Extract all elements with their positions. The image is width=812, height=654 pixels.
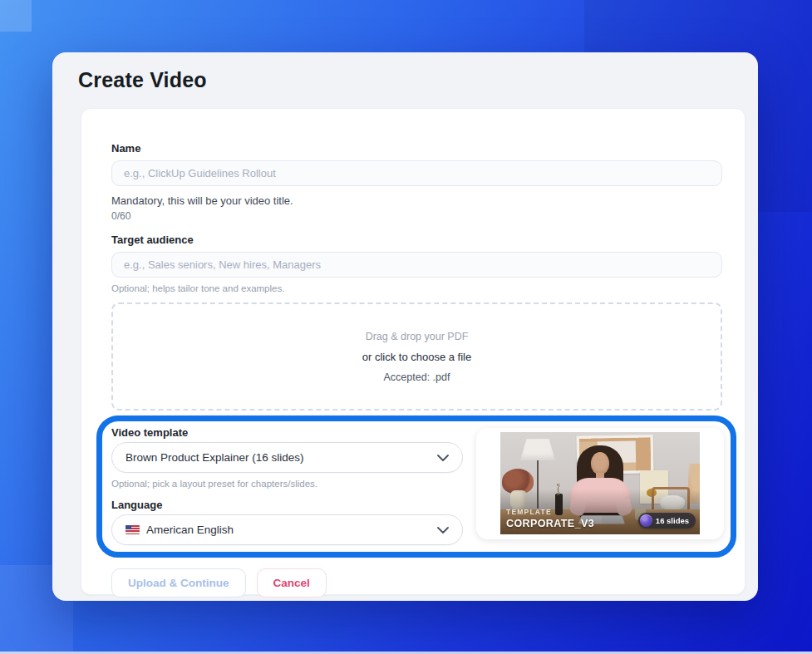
template-section-highlight: Video template Brown Product Explainer (… <box>96 416 736 558</box>
chevron-down-icon <box>437 527 449 534</box>
slides-badge-icon <box>640 514 652 527</box>
dropzone-accepted-types: Accepted: .pdf <box>384 371 450 383</box>
dropzone-line-2: or click to choose a file <box>362 351 472 363</box>
name-helper: Mandatory, this will be your video title… <box>111 194 722 207</box>
template-language-column: Video template Brown Product Explainer (… <box>111 426 463 552</box>
template-preview-card[interactable]: TEMPLATE CORPORATE_V3 16 slides <box>476 428 724 539</box>
video-template-selected-value: Brown Product Explainer (16 slides) <box>125 451 431 464</box>
audience-input[interactable] <box>111 252 722 278</box>
chevron-down-icon <box>437 455 449 461</box>
template-preview-image: TEMPLATE CORPORATE_V3 16 slides <box>500 432 700 534</box>
slides-count-badge: 16 slides <box>638 513 696 529</box>
pdf-dropzone[interactable]: Drag & drop your PDF or click to choose … <box>111 302 722 411</box>
lamp <box>520 439 555 460</box>
create-video-modal: Create Video Name Mandatory, this will b… <box>52 52 758 601</box>
name-label: Name <box>111 142 722 155</box>
form-card: Name Mandatory, this will be your video … <box>81 108 746 595</box>
audience-label: Target audience <box>111 234 722 246</box>
video-template-label: Video template <box>111 426 463 439</box>
preview-template-name: CORPORATE_V3 <box>506 518 594 529</box>
upload-continue-button[interactable]: Upload & Continue <box>111 568 246 597</box>
language-helper: Languages available for the selected tem… <box>111 551 463 558</box>
name-char-counter: 0/60 <box>111 210 722 222</box>
preview-kicker: TEMPLATE <box>506 508 552 516</box>
language-selected-value: American English <box>146 524 431 536</box>
language-selected-row: American English <box>125 524 431 536</box>
video-template-select[interactable]: Brown Product Explainer (16 slides) <box>111 442 463 473</box>
decor-square-top-left <box>0 0 32 32</box>
us-flag-icon <box>125 525 140 534</box>
slides-badge-label: 16 slides <box>656 516 689 525</box>
dropzone-line-1: Drag & drop your PDF <box>366 331 469 342</box>
cancel-button[interactable]: Cancel <box>257 568 327 597</box>
page-title: Create Video <box>78 68 207 92</box>
language-select[interactable]: American English <box>111 514 463 545</box>
action-buttons-row: Upload & Continue Cancel <box>111 568 722 597</box>
video-template-helper: Optional; pick a layout preset for chapt… <box>111 479 463 489</box>
page-background: Create Video Name Mandatory, this will b… <box>0 0 812 654</box>
language-label: Language <box>111 499 463 511</box>
name-input[interactable] <box>111 160 722 186</box>
audience-helper: Optional; helps tailor tone and examples… <box>111 283 722 293</box>
